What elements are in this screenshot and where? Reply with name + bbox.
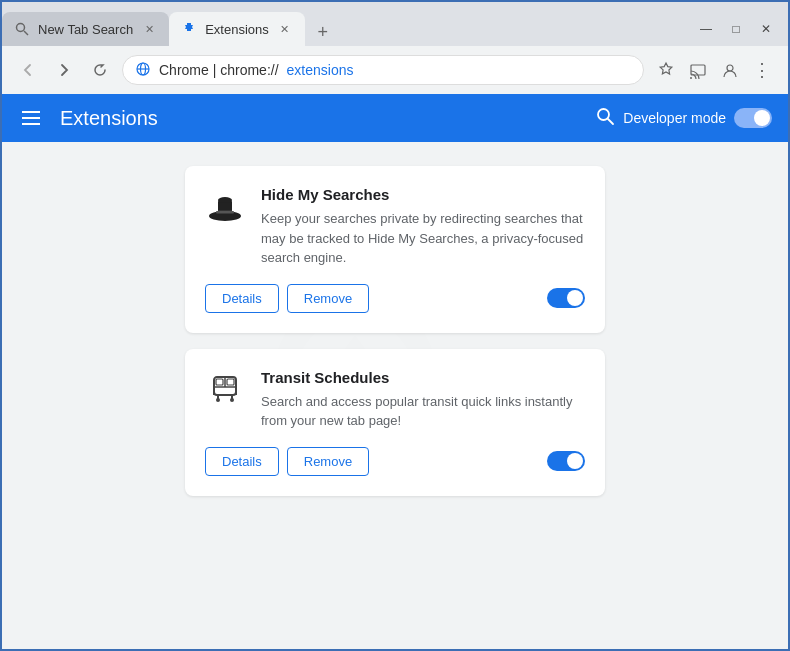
back-button[interactable] — [14, 56, 42, 84]
developer-mode-toggle-knob — [754, 110, 770, 126]
developer-mode-label: Developer mode — [623, 110, 726, 126]
url-prefix: Chrome | chrome:// — [159, 62, 279, 78]
ext1-name: Hide My Searches — [261, 186, 585, 203]
cast-button[interactable] — [684, 56, 712, 84]
hamburger-menu[interactable] — [18, 107, 44, 129]
ext1-enable-toggle[interactable] — [547, 288, 585, 308]
svg-point-14 — [218, 197, 232, 203]
profile-button[interactable] — [716, 56, 744, 84]
puzzle-tab-icon — [181, 21, 197, 37]
tab-bar: New Tab Search ✕ Extensions ✕ + — □ ✕ — [2, 2, 788, 46]
ext2-icon-area — [205, 369, 245, 405]
bus-icon — [209, 373, 241, 405]
extensions-page-title: Extensions — [60, 107, 595, 130]
tab2-label: Extensions — [205, 22, 269, 37]
svg-point-0 — [17, 24, 25, 32]
extension-card-hide-my-searches: Hide My Searches Keep your searches priv… — [185, 166, 605, 333]
svg-rect-16 — [216, 211, 234, 214]
maximize-button[interactable]: □ — [722, 18, 750, 40]
svg-line-1 — [24, 31, 28, 35]
ext2-name: Transit Schedules — [261, 369, 585, 386]
minimize-button[interactable]: — — [692, 18, 720, 40]
svg-point-6 — [690, 77, 692, 79]
hat-icon — [207, 190, 243, 226]
ext2-toggle-knob — [567, 453, 583, 469]
extension-card-transit-schedules: Transit Schedules Search and access popu… — [185, 349, 605, 496]
extensions-search-button[interactable] — [595, 106, 615, 131]
ext1-remove-button[interactable]: Remove — [287, 284, 369, 313]
tab-extensions[interactable]: Extensions ✕ — [169, 12, 305, 46]
close-button[interactable]: ✕ — [752, 18, 780, 40]
window-controls: — □ ✕ — [692, 18, 788, 46]
svg-line-9 — [608, 119, 613, 124]
ext1-description: Keep your searches private by redirectin… — [261, 209, 585, 268]
ext2-enable-toggle[interactable] — [547, 451, 585, 471]
menu-button[interactable]: ⋮ — [748, 56, 776, 84]
svg-point-25 — [230, 398, 234, 402]
search-tab-icon — [14, 21, 30, 37]
url-path: Extensions — [287, 62, 354, 78]
browser-window: New Tab Search ✕ Extensions ✕ + — □ ✕ — [0, 0, 790, 651]
tab2-close[interactable]: ✕ — [277, 21, 293, 37]
hamburger-line1 — [22, 111, 40, 113]
hamburger-line3 — [22, 123, 40, 125]
ext1-details-button[interactable]: Details — [205, 284, 279, 313]
bookmark-button[interactable] — [652, 56, 680, 84]
ext-card-bottom-1: Details Remove — [205, 284, 585, 313]
extensions-main-content: Hide My Searches Keep your searches priv… — [2, 142, 788, 649]
extensions-header: Extensions Developer mode — [2, 94, 788, 142]
svg-point-24 — [216, 398, 220, 402]
ext2-description: Search and access popular transit quick … — [261, 392, 585, 431]
ext-card-top-2: Transit Schedules Search and access popu… — [205, 369, 585, 431]
ext1-icon-area — [205, 186, 245, 226]
tab1-close[interactable]: ✕ — [141, 21, 157, 37]
developer-mode-section: Developer mode — [595, 106, 772, 131]
globe-icon — [135, 61, 151, 80]
svg-rect-20 — [216, 379, 223, 385]
svg-point-7 — [727, 65, 733, 71]
developer-mode-toggle[interactable] — [734, 108, 772, 128]
ext1-info: Hide My Searches Keep your searches priv… — [261, 186, 585, 268]
svg-rect-5 — [691, 65, 705, 75]
new-tab-button[interactable]: + — [309, 18, 337, 46]
ext-card-top-1: Hide My Searches Keep your searches priv… — [205, 186, 585, 268]
address-bar: Chrome | chrome://Extensions ⋮ — [2, 46, 788, 94]
ext-card-bottom-2: Details Remove — [205, 447, 585, 476]
tab-new-tab-search[interactable]: New Tab Search ✕ — [2, 12, 169, 46]
ext1-toggle-knob — [567, 290, 583, 306]
ext2-info: Transit Schedules Search and access popu… — [261, 369, 585, 431]
forward-button[interactable] — [50, 56, 78, 84]
tab1-label: New Tab Search — [38, 22, 133, 37]
address-bar-actions: ⋮ — [652, 56, 776, 84]
hamburger-line2 — [22, 117, 40, 119]
refresh-button[interactable] — [86, 56, 114, 84]
svg-rect-21 — [227, 379, 234, 385]
ext2-details-button[interactable]: Details — [205, 447, 279, 476]
svg-point-8 — [598, 109, 609, 120]
url-bar[interactable]: Chrome | chrome://Extensions — [122, 55, 644, 85]
ext2-remove-button[interactable]: Remove — [287, 447, 369, 476]
